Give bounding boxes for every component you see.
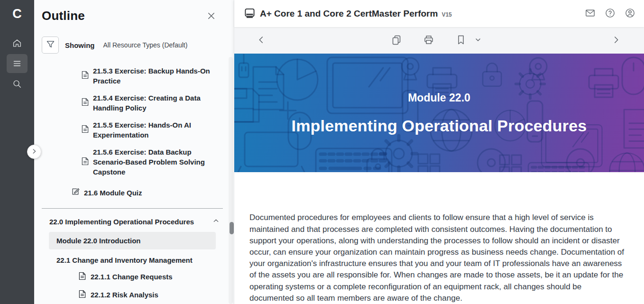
document-icon <box>79 272 86 282</box>
tech-pattern-decoration <box>234 54 644 172</box>
outline-item-quiz[interactable]: 21.6 Module Quiz <box>71 187 226 198</box>
header-actions <box>585 8 635 20</box>
chevron-right-icon <box>31 148 37 156</box>
menu-icon <box>12 58 22 69</box>
course-book-icon <box>244 8 255 19</box>
toolbar-center-group <box>391 34 482 47</box>
outline-item-label: 21.5.6 Exercise: Data Backup Scenario-Ba… <box>93 147 212 177</box>
lesson-paragraph: Documented procedures for employees and … <box>249 212 626 304</box>
outline-panel: Outline Showing All Resource Types (Defa… <box>34 0 234 304</box>
outline-scrollbar-track[interactable] <box>229 57 233 304</box>
document-icon <box>79 290 86 300</box>
outline-menu-button[interactable] <box>7 54 28 73</box>
search-icon <box>12 79 22 89</box>
quiz-icon <box>71 187 80 198</box>
outline-subsection[interactable]: 22.1 Change and Inventory Management <box>56 256 226 264</box>
chevron-right-icon <box>611 35 621 46</box>
filter-value: All Resource Types (Default) <box>103 41 188 49</box>
home-button[interactable] <box>7 35 28 51</box>
chevron-up-icon <box>212 217 220 226</box>
filter-showing-label: Showing <box>65 41 95 49</box>
bookmark-icon <box>455 34 467 47</box>
next-page-button[interactable] <box>611 35 621 46</box>
outline-item[interactable]: 22.1.2 Risk Analysis <box>79 290 226 300</box>
brand-logo[interactable]: C <box>12 6 22 22</box>
outline-header: Outline <box>42 9 226 23</box>
outline-scrollbar-thumb[interactable] <box>230 222 234 234</box>
filter-row: Showing All Resource Types (Default) <box>42 37 226 54</box>
outline-item-label: 21.6 Module Quiz <box>84 188 142 198</box>
outline-item-label: 21.5.4 Exercise: Creating a Data Handlin… <box>93 93 212 113</box>
filter-icon <box>46 40 55 50</box>
outline-title: Outline <box>42 9 85 23</box>
app: C Outli <box>0 0 644 304</box>
outline-divider <box>42 208 223 209</box>
print-icon <box>423 34 434 47</box>
close-icon <box>207 15 216 22</box>
main-content: A+ Core 1 and Core 2 CertMaster Perform … <box>234 0 644 304</box>
outline-item[interactable]: 21.5.6 Exercise: Data Backup Scenario-Ba… <box>82 147 226 177</box>
outline-section-heading[interactable]: 22.0 Implementing Operational Procedures <box>49 217 220 226</box>
outline-list: 21.5.3 Exercise: Backup Hands-On Practic… <box>42 66 226 300</box>
outline-item-label: 21.5.5 Exercise: Hands-On AI Experimenta… <box>93 120 212 140</box>
outline-item-label: 22.1.2 Risk Analysis <box>91 291 158 299</box>
messages-button[interactable] <box>585 8 596 20</box>
outline-item[interactable]: 21.5.4 Exercise: Creating a Data Handlin… <box>82 93 226 113</box>
document-icon <box>82 157 89 167</box>
help-button[interactable] <box>605 8 616 20</box>
outline-item[interactable]: 21.5.5 Exercise: Hands-On AI Experimenta… <box>82 120 226 140</box>
chevron-down-icon <box>474 36 482 45</box>
outline-item-label: 21.5.3 Exercise: Backup Hands-On Practic… <box>93 66 212 86</box>
outline-item-current[interactable]: Module 22.0 Introduction <box>49 232 216 249</box>
mail-icon <box>585 8 596 20</box>
outline-item[interactable]: 21.5.3 Exercise: Backup Hands-On Practic… <box>82 66 226 86</box>
document-icon <box>82 71 89 81</box>
section-heading-label: 22.0 Implementing Operational Procedures <box>49 218 194 226</box>
chevron-left-icon <box>256 35 267 46</box>
module-banner: Module 22.0 Implementing Operational Pro… <box>234 54 644 172</box>
outline-item-label: 22.1.1 Change Requests <box>91 273 173 281</box>
copy-button[interactable] <box>391 34 402 47</box>
bookmark-button[interactable] <box>455 34 467 47</box>
document-icon <box>82 125 89 135</box>
copy-icon <box>391 34 402 47</box>
banner-module-label: Module 22.0 <box>234 92 644 104</box>
rail-nav <box>7 35 28 92</box>
search-button[interactable] <box>7 76 28 92</box>
content-toolbar <box>234 27 644 54</box>
course-title: A+ Core 1 and Core 2 CertMaster Perform <box>260 9 438 19</box>
help-icon <box>605 8 616 20</box>
filter-button[interactable] <box>42 37 59 54</box>
close-outline-button[interactable] <box>207 11 216 22</box>
panel-expand-button[interactable] <box>27 145 41 159</box>
print-button[interactable] <box>423 34 434 47</box>
bookmark-menu-button[interactable] <box>474 36 482 45</box>
previous-page-button[interactable] <box>256 35 267 46</box>
lesson-body: Documented procedures for employees and … <box>234 172 644 304</box>
document-icon <box>82 98 89 108</box>
left-rail: C <box>0 0 34 304</box>
course-header: A+ Core 1 and Core 2 CertMaster Perform … <box>234 0 644 27</box>
home-icon <box>12 38 22 48</box>
account-button[interactable] <box>625 8 635 20</box>
account-icon <box>625 8 635 20</box>
banner-title: Implementing Operational Procedures <box>234 117 644 135</box>
course-version: V15 <box>442 11 451 18</box>
outline-item[interactable]: 22.1.1 Change Requests <box>79 272 226 282</box>
